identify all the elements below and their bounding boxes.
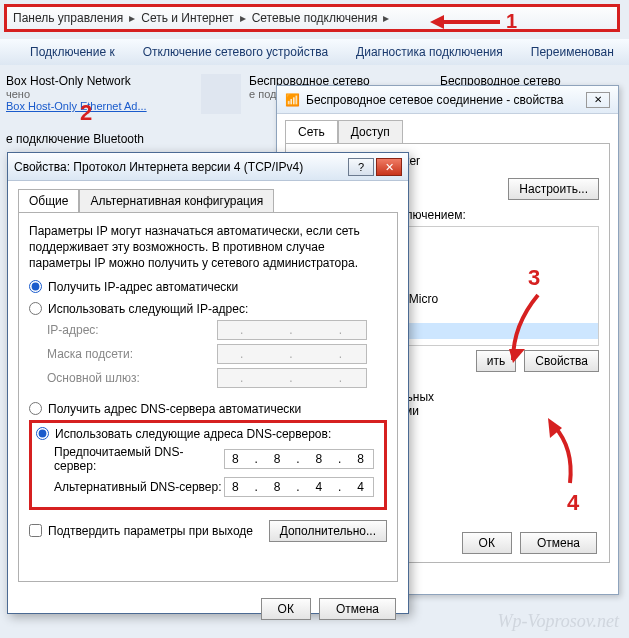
annotation-4: 4 — [567, 490, 579, 516]
connection-name: е подключение Bluetooth — [6, 132, 144, 146]
breadcrumb-root[interactable]: Панель управления — [13, 11, 123, 25]
annotation-arrow-1: 1 — [430, 10, 517, 33]
confirm-on-exit[interactable]: Подтвердить параметры при выходе — [29, 524, 253, 538]
dns-highlight-box: Использовать следующие адреса DNS-сервер… — [29, 420, 387, 510]
cancel-button[interactable]: Отмена — [520, 532, 597, 554]
annotation-arrow-3 — [508, 290, 548, 370]
close-button[interactable]: ✕ — [586, 92, 610, 108]
checkbox-input[interactable] — [29, 524, 42, 537]
radio-input[interactable] — [29, 280, 42, 293]
annotation-2: 2 — [80, 100, 92, 126]
radio-obtain-ip[interactable]: Получить IP-адрес автоматически — [29, 280, 387, 294]
network-icon: 📶 — [285, 93, 300, 107]
toolbar-disable[interactable]: Отключение сетевого устройства — [143, 45, 328, 59]
description-text: Параметры IP могут назначаться автоматич… — [29, 223, 387, 272]
ip-field: ... — [217, 320, 367, 340]
annotation-3: 3 — [528, 265, 540, 291]
mask-label: Маска подсети: — [47, 347, 217, 361]
titlebar[interactable]: Свойства: Протокол Интернета версии 4 (T… — [8, 153, 408, 181]
ip-label: IP-адрес: — [47, 323, 217, 337]
gateway-label: Основной шлюз: — [47, 371, 217, 385]
connection-name: Box Host-Only Network — [6, 74, 189, 88]
titlebar[interactable]: 📶 Беспроводное сетевое соединение - свой… — [277, 86, 618, 114]
ipv4-properties-window: Свойства: Протокол Интернета версии 4 (T… — [7, 152, 409, 614]
radio-use-ip[interactable]: Использовать следующий IP-адрес: — [29, 302, 387, 316]
breadcrumb-connections[interactable]: Сетевые подключения — [252, 11, 378, 25]
dns2-label: Альтернативный DNS-сервер: — [54, 480, 224, 494]
tab-alternate[interactable]: Альтернативная конфигурация — [79, 189, 274, 212]
toolbar-connect[interactable]: Подключение к — [30, 45, 115, 59]
window-title: Свойства: Протокол Интернета версии 4 (T… — [14, 160, 303, 174]
radio-use-dns[interactable]: Использовать следующие адреса DNS-сервер… — [36, 427, 380, 441]
svg-marker-2 — [509, 349, 525, 363]
tab-network[interactable]: Сеть — [285, 120, 338, 143]
chevron-right-icon: ▸ — [240, 11, 246, 25]
watermark: Wp-Voprosov.net — [498, 611, 619, 632]
close-button[interactable]: ✕ — [376, 158, 402, 176]
network-icon — [201, 74, 241, 114]
annotation-arrow-4 — [540, 418, 580, 488]
advanced-button[interactable]: Дополнительно... — [269, 520, 387, 542]
ok-button[interactable]: OК — [261, 598, 311, 620]
radio-input[interactable] — [29, 402, 42, 415]
connection-status: чено — [6, 88, 189, 100]
ok-button[interactable]: OК — [462, 532, 512, 554]
mask-field: ... — [217, 344, 367, 364]
chevron-right-icon: ▸ — [129, 11, 135, 25]
radio-input[interactable] — [36, 427, 49, 440]
chevron-right-icon: ▸ — [383, 11, 389, 25]
toolbar: Подключение к Отключение сетевого устрой… — [0, 39, 629, 65]
connection-adapter: Box Host-Only Ethernet Ad... — [6, 100, 189, 112]
radio-obtain-dns[interactable]: Получить адрес DNS-сервера автоматически — [29, 402, 387, 416]
dns1-field[interactable]: 8.8.8.8 — [224, 449, 374, 469]
toolbar-diagnose[interactable]: Диагностика подключения — [356, 45, 503, 59]
window-title: Беспроводное сетевое соединение - свойст… — [306, 93, 564, 107]
svg-marker-1 — [430, 15, 444, 29]
tab-general[interactable]: Общие — [18, 189, 79, 212]
toolbar-rename[interactable]: Переименован — [531, 45, 614, 59]
connection-item[interactable]: Box Host-Only Network чено Box Host-Only… — [6, 74, 189, 126]
gateway-field: ... — [217, 368, 367, 388]
help-button[interactable]: ? — [348, 158, 374, 176]
cancel-button[interactable]: Отмена — [319, 598, 396, 620]
dns2-field[interactable]: 8.8.4.4 — [224, 477, 374, 497]
radio-input[interactable] — [29, 302, 42, 315]
tab-access[interactable]: Доступ — [338, 120, 403, 143]
configure-button[interactable]: Настроить... — [508, 178, 599, 200]
dns1-label: Предпочитаемый DNS-сервер: — [54, 445, 224, 473]
breadcrumb[interactable]: Панель управления ▸ Сеть и Интернет ▸ Се… — [4, 4, 620, 32]
breadcrumb-net[interactable]: Сеть и Интернет — [141, 11, 233, 25]
